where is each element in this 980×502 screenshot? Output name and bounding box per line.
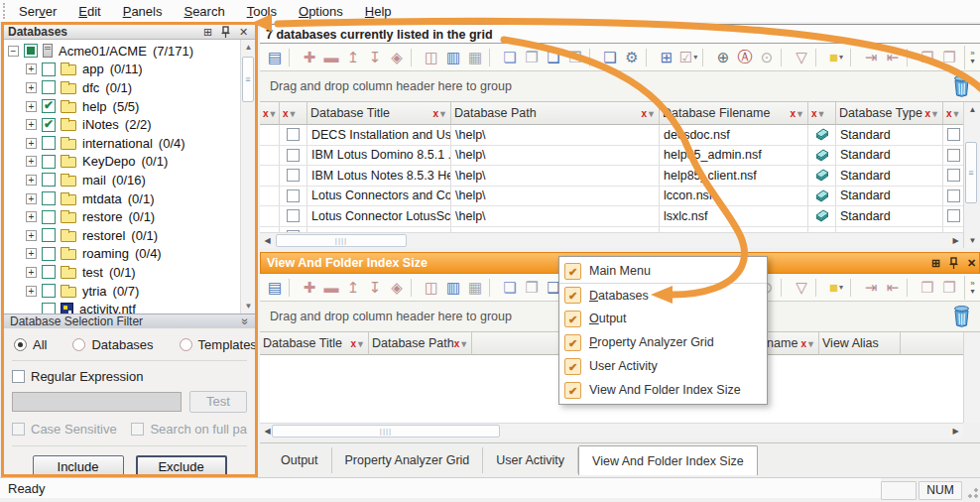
context-menu-item[interactable]: User Activity <box>559 354 767 378</box>
toolbar-separator[interactable] <box>489 279 496 297</box>
database-row[interactable]: DECS Installation and Use... \help\ decs… <box>260 125 963 146</box>
menu-item[interactable]: Help <box>354 2 403 21</box>
tree-checkbox[interactable] <box>42 284 56 298</box>
tree-checkbox[interactable] <box>42 191 56 205</box>
cell-database-path[interactable]: \help\ <box>451 206 660 226</box>
filter-text-input[interactable] <box>12 392 182 412</box>
include-button[interactable]: Include <box>33 455 124 477</box>
expand-toggle-icon[interactable] <box>26 230 37 241</box>
tree-item[interactable]: international (0/4) <box>4 134 239 153</box>
row-selector[interactable] <box>260 125 280 145</box>
grid-vertical-scrollbar[interactable]: ▲ ≡ ▼ <box>963 102 980 248</box>
row-selector[interactable] <box>260 166 280 186</box>
cell-database-filename[interactable]: help85_admin.nsf <box>660 146 808 166</box>
properties-icon[interactable]: ❒ <box>917 278 938 298</box>
tree-item[interactable]: Acme01/ACME (7/171) <box>4 42 239 61</box>
tree-checkbox[interactable] <box>42 265 56 279</box>
filter-radio[interactable]: Templates <box>180 337 257 352</box>
toolbar-separator[interactable] <box>907 279 914 297</box>
filter-funnel-icon[interactable]: x▼ <box>925 108 939 119</box>
scroll-left-icon[interactable]: ◀ <box>260 233 275 248</box>
highlight-column-icon[interactable]: ▥ <box>442 48 464 67</box>
regex-checkbox[interactable] <box>12 370 25 383</box>
toolbar-separator[interactable] <box>411 279 418 297</box>
resize-grip[interactable] <box>964 481 980 500</box>
menu-item[interactable]: Edit <box>67 2 111 21</box>
tree-checkbox[interactable] <box>42 155 56 169</box>
highlight-column-icon[interactable]: ▥ <box>442 278 464 298</box>
test-button[interactable]: Test <box>189 391 247 413</box>
expand-toggle-icon[interactable] <box>26 248 37 259</box>
expand-toggle-icon[interactable] <box>26 286 37 297</box>
cell-database-title[interactable]: DECS Installation and Use... <box>307 125 451 145</box>
hide-column-icon[interactable]: ▦ <box>464 278 486 298</box>
row-checkbox[interactable] <box>287 149 300 162</box>
cell-database-filename[interactable]: lccon.nsf <box>660 187 808 206</box>
grid-horizontal-scrollbar[interactable]: ◀ ▶ |||| <box>260 232 963 248</box>
tree-item[interactable]: restorel (0/1) <box>4 226 239 245</box>
toolbar-overflow-icon[interactable]: »▾ <box>964 276 980 300</box>
tree-item[interactable]: ytria (0/7) <box>4 282 239 301</box>
tree-item[interactable]: test (0/1) <box>4 263 239 282</box>
add-icon[interactable]: ✚ <box>299 48 320 67</box>
expand-toggle-icon[interactable] <box>26 119 37 130</box>
toolbar-separator[interactable] <box>411 49 418 66</box>
menu-item[interactable]: Search <box>173 2 235 21</box>
import-row-icon[interactable]: ⇤ <box>882 278 904 298</box>
tree-checkbox[interactable] <box>42 118 56 132</box>
panel-tab[interactable]: View And Folder Index Size <box>578 445 758 475</box>
column-header-database-path[interactable]: Database Pathx▼ <box>369 332 472 355</box>
toolbar-separator[interactable] <box>815 279 822 297</box>
row-checkbox[interactable] <box>287 189 300 202</box>
toolbar-separator[interactable] <box>589 49 596 66</box>
automation-icon[interactable]: ⚙ <box>621 48 643 67</box>
select-cells-icon[interactable]: ❏ <box>499 48 521 67</box>
tree-checkbox[interactable] <box>42 210 56 224</box>
database-row[interactable]: IBM Lotus Domino 8.5.1 ... \help\ help85… <box>260 146 963 167</box>
maximize-icon[interactable]: ⊞ <box>200 25 215 39</box>
zoom-disabled-icon[interactable]: ⊙ <box>756 48 778 67</box>
context-menu-item[interactable]: Main Menu <box>559 259 767 283</box>
filter-funnel-icon[interactable]: x▼ <box>791 108 804 119</box>
tree-checkbox[interactable] <box>42 228 56 242</box>
row-checkbox-cell[interactable] <box>280 187 307 206</box>
toolbar-separator[interactable] <box>850 49 857 66</box>
cell-database-filename[interactable]: lsxlc.nsf <box>660 206 808 226</box>
tree-item[interactable]: KeyDepo (0/1) <box>4 153 239 172</box>
cell-database-title[interactable]: IBM Lotus Domino 8.5.1 ... <box>307 146 451 166</box>
cell-database-type[interactable]: Standard <box>836 146 943 166</box>
trash-icon[interactable] <box>953 306 970 330</box>
scrollbar-thumb[interactable]: ≡ <box>965 142 977 203</box>
exclude-button[interactable]: Exclude <box>136 455 227 477</box>
toolbar-separator[interactable] <box>289 279 296 297</box>
copy-icon[interactable]: ❐ <box>521 48 543 67</box>
column-filter-icon[interactable]: x▼ <box>808 102 836 125</box>
scrollbar-thumb[interactable]: ≡ <box>242 57 254 102</box>
row-checkbox[interactable] <box>947 189 960 202</box>
tree-item[interactable]: iNotes (2/2) <box>4 115 239 134</box>
row-checkbox[interactable] <box>287 169 300 182</box>
tree-item[interactable]: mail (0/16) <box>4 171 239 189</box>
cell-database-type[interactable]: Standard <box>836 206 943 226</box>
scroll-down-icon[interactable]: ▼ <box>241 299 255 314</box>
row-checkbox-cell[interactable] <box>943 166 963 186</box>
cell-database-path[interactable]: \help\ <box>451 125 660 145</box>
database-settings-icon[interactable]: ▤ <box>264 278 286 298</box>
row-checkbox-cell[interactable] <box>943 146 963 166</box>
toolbar-separator[interactable] <box>646 49 653 66</box>
cell-database-path[interactable]: \help\ <box>451 146 660 166</box>
tree-checkbox[interactable] <box>42 99 56 113</box>
database-row[interactable]: IBM Lotus Notes 8.5.3 Hel... \help\ help… <box>260 166 963 187</box>
toolbar-separator[interactable] <box>489 49 496 66</box>
select-related-icon[interactable]: ◈ <box>386 48 408 67</box>
add-icon[interactable]: ✚ <box>299 278 320 298</box>
cell-database-path[interactable]: \help\ <box>451 166 660 186</box>
row-checkbox-cell[interactable] <box>280 166 307 186</box>
tree-item[interactable]: restore (0/1) <box>4 207 239 226</box>
freeze-column-icon[interactable]: ◫ <box>421 48 442 67</box>
pin-icon[interactable] <box>218 25 233 39</box>
tree-checkbox[interactable] <box>42 247 56 261</box>
demote-icon[interactable]: ↧ <box>364 278 386 298</box>
scrollbar-thumb[interactable]: |||| <box>272 425 500 438</box>
toolbar-separator[interactable] <box>781 279 788 297</box>
